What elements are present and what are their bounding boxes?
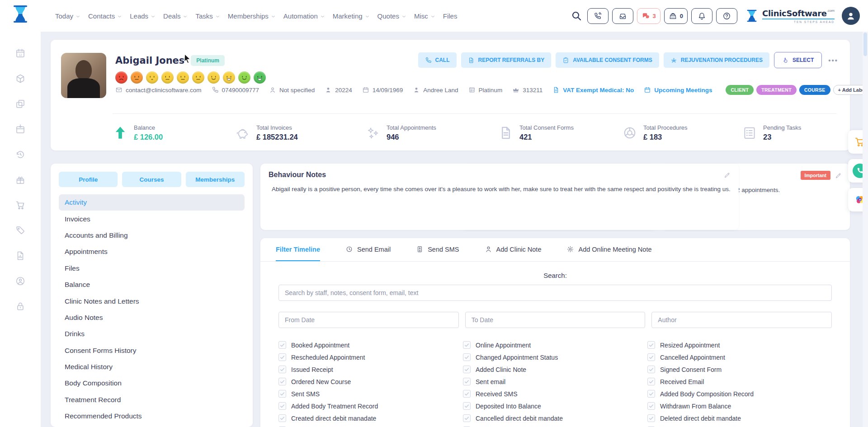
- contact-owner[interactable]: Andree Land: [413, 86, 458, 94]
- filter-checkbox[interactable]: [463, 414, 471, 422]
- label-pill[interactable]: TREATMENT: [756, 85, 797, 95]
- report-icon[interactable]: [15, 250, 26, 261]
- package-icon[interactable]: [15, 73, 26, 84]
- report-referrals-button[interactable]: REPORT REFERRALS BY: [461, 52, 552, 68]
- menu-medical-history[interactable]: Medical History: [59, 359, 245, 375]
- filter-checkbox[interactable]: [647, 378, 655, 385]
- price-tag-icon[interactable]: [15, 225, 26, 236]
- filter-checkbox[interactable]: [647, 341, 655, 349]
- inbox-button[interactable]: [612, 8, 633, 24]
- search-icon[interactable]: [571, 10, 582, 21]
- filter-checkbox[interactable]: [463, 341, 471, 349]
- filter-checkbox[interactable]: [647, 366, 655, 373]
- nav-leads[interactable]: Leads: [130, 12, 156, 20]
- menu-audio-notes[interactable]: Audio Notes: [59, 310, 245, 326]
- mood-emoji[interactable]: [115, 71, 127, 84]
- contact-not-specified[interactable]: Not specified: [269, 86, 315, 94]
- mood-emoji[interactable]: [192, 71, 204, 84]
- contact-upcoming-meetings[interactable]: Upcoming Meetings: [644, 86, 712, 94]
- mood-emoji[interactable]: [238, 71, 250, 84]
- mood-emoji[interactable]: [161, 71, 174, 84]
- nav-marketing[interactable]: Marketing: [333, 12, 370, 20]
- tab-send-email[interactable]: Send Email: [345, 238, 391, 261]
- filter-checkbox[interactable]: [278, 353, 286, 361]
- rejuvenation-procedures-button[interactable]: REJUVENATION PROCEDURES: [664, 52, 769, 68]
- dialer-button[interactable]: [587, 8, 609, 24]
- contact-loyalty-points[interactable]: 313211: [512, 86, 542, 94]
- nav-memberships[interactable]: Memberships: [228, 12, 276, 20]
- filter-checkbox[interactable]: [278, 390, 286, 398]
- scrollbar-thumb[interactable]: [863, 33, 867, 56]
- contact-phone[interactable]: 07490009777: [212, 86, 259, 94]
- notifications-button[interactable]: [691, 8, 712, 24]
- menu-appointments[interactable]: Appointments: [59, 244, 245, 260]
- contact-vat-exempt[interactable]: VAT Exempt Medical: No: [552, 86, 634, 94]
- available-consent-forms-button[interactable]: AVAILABLE CONSENT FORMS: [556, 52, 659, 68]
- filter-checkbox[interactable]: [463, 378, 471, 385]
- history-icon[interactable]: [15, 149, 26, 160]
- filter-checkbox[interactable]: [647, 414, 655, 422]
- menu-balance[interactable]: Balance: [59, 277, 245, 293]
- app-logo-hourglass-icon[interactable]: [10, 4, 31, 24]
- mood-emoji[interactable]: [177, 71, 189, 84]
- nav-files[interactable]: Files: [443, 12, 458, 20]
- nav-misc[interactable]: Misc: [414, 12, 435, 20]
- lock-icon[interactable]: [15, 301, 26, 312]
- menu-files[interactable]: Files: [59, 260, 245, 277]
- filter-checkbox[interactable]: [463, 353, 471, 361]
- tab-add-clinic-note[interactable]: Add Clinic Note: [485, 238, 542, 261]
- menu-body-composition[interactable]: Body Composition: [59, 375, 245, 391]
- help-button[interactable]: [716, 8, 737, 24]
- tab-profile[interactable]: Profile: [59, 172, 118, 187]
- mood-emoji[interactable]: [223, 71, 235, 84]
- menu-drinks[interactable]: Drinks: [59, 326, 245, 342]
- mood-emoji[interactable]: [208, 71, 220, 84]
- nav-contacts[interactable]: Contacts: [88, 12, 122, 20]
- tab-filter-timeline[interactable]: Filter Timeline: [276, 238, 320, 261]
- user-avatar[interactable]: [842, 7, 860, 25]
- scrollbar[interactable]: [863, 32, 868, 427]
- chat-button[interactable]: 3: [637, 8, 660, 24]
- menu-clinic-notes[interactable]: Clinic Notes and Letters: [59, 293, 245, 309]
- call-button[interactable]: CALL: [418, 52, 457, 68]
- account-clock-icon[interactable]: [15, 276, 26, 286]
- tab-courses[interactable]: Courses: [122, 172, 181, 187]
- gift-voucher-icon[interactable]: [15, 174, 26, 185]
- menu-activity[interactable]: Activity: [59, 194, 245, 211]
- tier-badge[interactable]: Platinum: [191, 55, 225, 66]
- menu-consent-forms[interactable]: Consent Forms History: [59, 343, 245, 359]
- to-date-input[interactable]: [465, 312, 646, 328]
- tab-send-sms[interactable]: Send SMS: [416, 238, 459, 261]
- filter-checkbox[interactable]: [463, 390, 471, 398]
- duplicate-pages-icon[interactable]: [15, 99, 26, 109]
- nav-quotes[interactable]: Quotes: [377, 12, 406, 20]
- author-input[interactable]: [651, 312, 832, 328]
- edit-note-pencil-icon[interactable]: [835, 172, 842, 179]
- nav-deals[interactable]: Deals: [163, 12, 188, 20]
- menu-treatment-record[interactable]: Treatment Record: [59, 392, 245, 408]
- filter-checkbox[interactable]: [278, 366, 286, 373]
- tab-add-online-meeting-note[interactable]: Add Online Meeting Note: [566, 238, 651, 261]
- filter-checkbox[interactable]: [647, 402, 655, 410]
- filter-checkbox[interactable]: [647, 353, 655, 361]
- shop-cart-icon[interactable]: [15, 200, 26, 211]
- menu-recommended-products[interactable]: Recommended Products: [59, 408, 245, 424]
- filter-checkbox[interactable]: [278, 402, 286, 410]
- pos-register-button[interactable]: 0: [664, 8, 688, 24]
- select-button[interactable]: SELECT: [774, 52, 822, 68]
- nav-tasks[interactable]: Tasks: [195, 12, 220, 20]
- mood-emoji[interactable]: [146, 71, 158, 84]
- filter-checkbox[interactable]: [463, 366, 471, 373]
- contact-dob[interactable]: 14/09/1969: [362, 86, 403, 94]
- contact-email[interactable]: contact@clinicsoftware.com: [115, 86, 202, 94]
- mood-emoji[interactable]: [131, 71, 143, 84]
- filter-checkbox[interactable]: [463, 402, 471, 410]
- mood-emoji[interactable]: [254, 71, 266, 84]
- more-options-button[interactable]: •••: [826, 56, 840, 64]
- contact-tier[interactable]: Platinum: [468, 86, 503, 94]
- calendar-icon[interactable]: 12: [15, 48, 26, 59]
- edit-note-pencil-icon[interactable]: [724, 172, 731, 178]
- menu-accounts-billing[interactable]: Accounts and Billing: [59, 227, 245, 244]
- filter-checkbox[interactable]: [278, 414, 286, 422]
- timeline-search-input[interactable]: [278, 285, 832, 301]
